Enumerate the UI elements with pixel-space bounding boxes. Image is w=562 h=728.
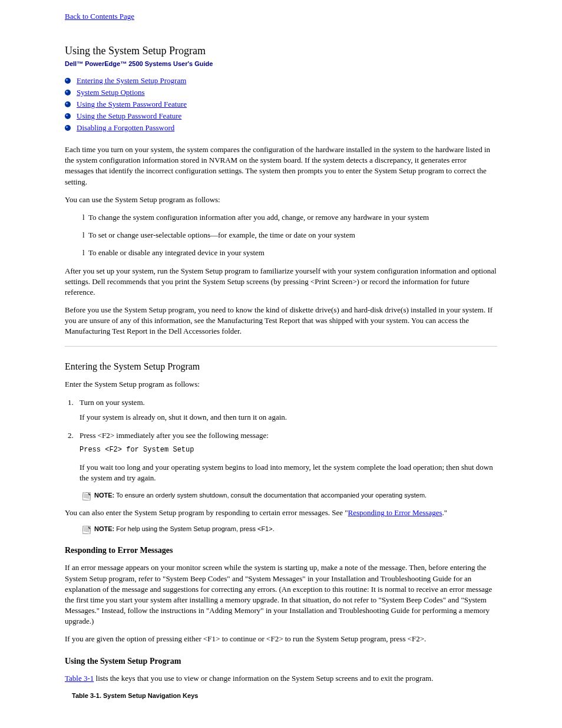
bullet-icon xyxy=(65,125,71,131)
responding-paragraph-2: If you are given the option of pressing … xyxy=(65,634,497,644)
section-entering-heading: Entering the System Setup Program xyxy=(65,361,497,372)
back-to-contents-link[interactable]: Back to Contents Page xyxy=(65,12,134,21)
step-2-code: Press <F2> for System Setup xyxy=(80,445,497,455)
note-icon xyxy=(82,492,91,500)
bullet-icon xyxy=(65,90,71,95)
intro-item-3: To enable or disable any integrated devi… xyxy=(88,248,265,257)
bullet-icon xyxy=(65,101,71,107)
toc-link-disabling-password[interactable]: Disabling a Forgotten Password xyxy=(77,123,174,133)
chapter-title: Using the System Setup Program xyxy=(65,45,497,57)
using-heading: Using the System Setup Program xyxy=(65,657,497,666)
responding-error-link[interactable]: Responding to Error Messages xyxy=(348,508,442,517)
responding-heading: Responding to Error Messages xyxy=(65,546,497,555)
using-paragraph-1: Table 3-1 lists the keys that you use to… xyxy=(65,673,497,684)
step-1-text: Turn on your system. xyxy=(80,398,145,407)
responding-paragraph-1: If an error message appears on your moni… xyxy=(65,562,497,627)
intro-paragraph-4: Before you use the System Setup program,… xyxy=(65,305,497,337)
table-title: Table 3-Table 3-1. System Setup Navigati… xyxy=(72,692,497,699)
intro-paragraph-2: You can use the System Setup program as … xyxy=(65,195,497,205)
intro-paragraph-1: Each time you turn on your system, the s… xyxy=(65,144,497,187)
note-2: NOTE: NOTE: For help using the System Se… xyxy=(82,525,497,534)
step-2-detail: If you wait too long and your operating … xyxy=(80,462,497,483)
table-3-1-link[interactable]: Table 3-1 xyxy=(65,674,94,683)
guide-subtitle: Dell™ PowerEdge™ 2500 Systems User's Gui… xyxy=(65,60,497,67)
note-1: NOTE: NOTE: To ensure an orderly system … xyxy=(82,492,497,500)
bullet-icon xyxy=(65,78,71,84)
entering-steps: Turn on your system. If your system is a… xyxy=(65,398,497,483)
toc-link-system-password[interactable]: Using the System Password Feature xyxy=(77,100,187,109)
note-1-text: NOTE: NOTE: To ensure an orderly system … xyxy=(94,492,427,499)
intro-paragraph-3: After you set up your system, run the Sy… xyxy=(65,266,497,298)
intro-item-2: To set or change user-selectable options… xyxy=(88,230,355,239)
step-2-text: Press <F2> immediately after you see the… xyxy=(80,431,269,440)
intro-bullet-list: l To change the system configuration inf… xyxy=(82,212,497,259)
toc-link-options[interactable]: System Setup Options xyxy=(77,88,145,97)
step-1-detail: If your system is already on, shut it do… xyxy=(80,412,497,423)
note-icon xyxy=(82,526,91,534)
table-of-contents: Entering the System Setup Program System… xyxy=(65,76,497,133)
toc-link-entering[interactable]: Entering the System Setup Program xyxy=(77,76,186,85)
toc-link-setup-password[interactable]: Using the Setup Password Feature xyxy=(77,111,181,121)
after-steps-paragraph: You can also enter the System Setup prog… xyxy=(65,508,497,518)
bullet-icon xyxy=(65,113,71,119)
note-2-text: NOTE: NOTE: For help using the System Se… xyxy=(94,525,275,532)
entering-lead: Enter the System Setup program as follow… xyxy=(65,379,497,390)
section-divider xyxy=(65,346,497,347)
intro-item-1: To change the system configuration infor… xyxy=(88,213,429,222)
